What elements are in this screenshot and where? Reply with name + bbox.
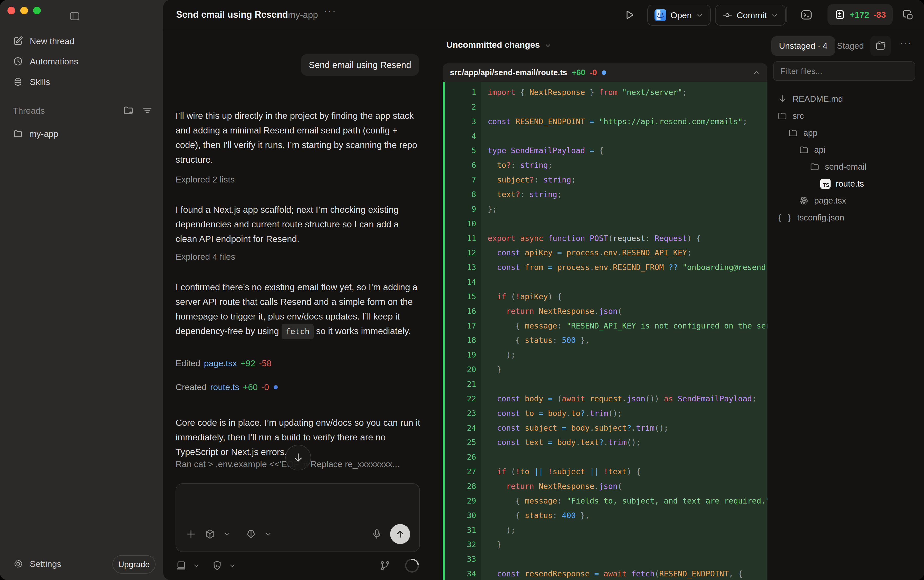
tree-item-app[interactable]: app: [770, 124, 924, 142]
sidebar-item-automations[interactable]: Automations: [10, 52, 154, 71]
mic-icon[interactable]: [371, 529, 382, 540]
code-line: 23 const to = body.to?.trim();: [443, 406, 768, 421]
diff-file-path: src/app/api/send-email/route.ts: [450, 68, 567, 77]
chevron-down-icon[interactable]: [193, 562, 200, 570]
tree-item-README.md[interactable]: README.md: [770, 91, 924, 107]
code-line: 11export async function POST(request: Re…: [443, 231, 768, 246]
code-line: 17 { message: "RESEND_API_KEY is not con…: [443, 318, 768, 333]
commit-label: Commit: [737, 10, 767, 20]
window-minimize-button[interactable]: [20, 7, 28, 14]
code-line: 10: [443, 216, 768, 231]
unsaved-dot: [602, 70, 606, 75]
file-link[interactable]: route.ts: [210, 382, 239, 392]
edited-file-row[interactable]: Edited page.tsx +92 -58: [176, 358, 272, 368]
diff-file-header[interactable]: src/app/api/send-email/route.ts +60 -0: [443, 63, 768, 82]
git-commit-icon: [722, 10, 733, 20]
file-del-count: -0: [590, 68, 597, 77]
tree-item-api[interactable]: api: [770, 142, 924, 158]
sidebar-thread-my-app[interactable]: my-app: [10, 125, 154, 143]
windows-icon[interactable]: [901, 8, 914, 21]
download-icon: [777, 94, 787, 104]
code-line: 1import { NextResponse } from "next/serv…: [443, 85, 768, 100]
lines-removed: -83: [873, 10, 886, 20]
chevron-down-icon: [771, 11, 779, 19]
chevron-down-icon[interactable]: [223, 530, 231, 538]
filter-files-input[interactable]: Filter files...: [773, 61, 915, 81]
tree-item-label: app: [803, 128, 817, 138]
created-file-row[interactable]: Created route.ts +60 -0: [176, 382, 278, 392]
device-icon[interactable]: [176, 560, 187, 571]
sidebar-item-new-thread[interactable]: New thread: [10, 32, 154, 50]
model-cube-icon[interactable]: [204, 529, 216, 540]
tree-item-label: page.tsx: [814, 196, 846, 206]
diff-card: src/app/api/send-email/route.ts +60 -0 1…: [443, 63, 768, 580]
explored-summary[interactable]: Explored 4 files: [176, 252, 235, 262]
chevron-down-icon[interactable]: [264, 530, 272, 538]
uncommitted-changes-dropdown[interactable]: Uncommitted changes: [446, 40, 552, 50]
thread-title: Send email using Resend: [176, 9, 288, 20]
chevron-down-icon[interactable]: [229, 562, 236, 570]
action-label: Edited: [176, 358, 200, 368]
run-button[interactable]: [623, 9, 635, 21]
thread-label: my-app: [29, 129, 58, 139]
input-settings-row: [176, 557, 419, 575]
tree-item-label: tsconfig.json: [797, 213, 844, 222]
new-project-folder-icon[interactable]: [123, 105, 134, 116]
filter-threads-icon[interactable]: [142, 105, 153, 116]
git-branch-icon[interactable]: [379, 560, 390, 571]
action-label: Created: [176, 382, 207, 392]
assistant-paragraph: I found a Next.js app scaffold; next I’m…: [176, 202, 422, 246]
sandbox-shield-icon[interactable]: [211, 560, 223, 571]
code-line: 30 { status: 400 },: [443, 508, 768, 523]
terminal-icon[interactable]: [800, 8, 813, 21]
gear-icon: [13, 559, 24, 569]
settings-label: Settings: [30, 559, 61, 569]
thread-menu-button[interactable]: ···: [324, 5, 336, 16]
code-line: 5type SendEmailPayload = {: [443, 143, 768, 158]
code-line: 21: [443, 377, 768, 391]
window-close-button[interactable]: [7, 7, 15, 14]
message-input[interactable]: [176, 483, 420, 552]
chevron-down-icon: [696, 11, 703, 19]
commit-button[interactable]: Commit: [715, 5, 786, 26]
diff-code-view[interactable]: 1import { NextResponse } from "next/serv…: [443, 82, 768, 580]
explored-summary[interactable]: Explored 2 lists: [176, 175, 235, 185]
tree-item-send-email[interactable]: send-email: [770, 158, 924, 175]
folder-icon: [799, 145, 809, 155]
new-thread-icon: [13, 36, 23, 46]
code-line: 28 return NextResponse.json(: [443, 479, 768, 494]
typescript-icon: TS: [820, 179, 830, 189]
finder-icon: [654, 9, 666, 21]
window-zoom-button[interactable]: [33, 7, 41, 14]
code-line: 24 const subject = body.subject?.trim();: [443, 421, 768, 435]
open-button[interactable]: Open: [647, 5, 711, 26]
clock-icon: [13, 56, 23, 66]
collapse-chevron-up-icon[interactable]: [753, 69, 760, 76]
settings-button[interactable]: Settings: [13, 559, 61, 569]
code-line: 8 text?: string;: [443, 187, 768, 202]
folder-icon: [13, 129, 23, 139]
send-button[interactable]: [390, 524, 410, 544]
tree-item-src[interactable]: src: [770, 107, 924, 124]
thread-project: my-app: [288, 10, 318, 20]
user-message: Send email using Resend: [301, 54, 419, 76]
upgrade-button[interactable]: Upgrade: [112, 555, 156, 573]
file-link[interactable]: page.tsx: [204, 358, 237, 368]
brain-icon[interactable]: [245, 529, 257, 540]
sidebar-item-skills[interactable]: Skills: [10, 72, 154, 91]
scroll-to-bottom-button[interactable]: [285, 445, 311, 470]
tree-item-page.tsx[interactable]: page.tsx: [770, 192, 924, 209]
sidebar-item-label: New thread: [30, 36, 74, 46]
chevron-down-icon: [544, 41, 552, 49]
code-line: 32 }: [443, 537, 768, 552]
tree-item-tsconfig.json[interactable]: { }tsconfig.json: [770, 209, 924, 226]
del-count: -0: [261, 382, 269, 392]
diff-stats-badge[interactable]: +172 -83: [827, 4, 893, 25]
attach-plus-icon[interactable]: [185, 529, 197, 540]
assistant-paragraph: I confirmed there’s no existing email fl…: [176, 280, 422, 339]
diff-icon: [834, 9, 845, 20]
del-count: -58: [259, 358, 272, 368]
tree-item-route.ts[interactable]: TSroute.ts: [770, 175, 924, 192]
sidebar-toggle-icon[interactable]: [69, 10, 81, 22]
assistant-paragraph: I’ll wire this up directly in the projec…: [176, 108, 422, 167]
